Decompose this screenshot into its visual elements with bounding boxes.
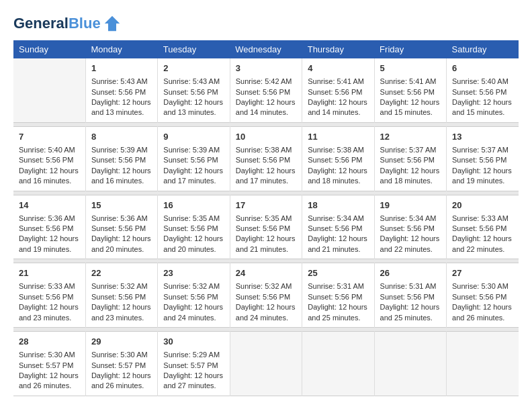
day-number: 20 [452, 199, 513, 212]
daylight-label: Daylight: 12 hours and 18 minutes. [380, 167, 440, 185]
sunset-label: Sunset: 5:56 PM [308, 88, 362, 96]
sunset-label: Sunset: 5:56 PM [380, 224, 435, 232]
day-number: 3 [236, 62, 296, 75]
calendar-cell: 29Sunrise: 5:30 AMSunset: 5:57 PMDayligh… [85, 332, 157, 396]
sunrise-label: Sunrise: 5:34 AM [380, 214, 437, 222]
daylight-label: Daylight: 12 hours and 15 minutes. [380, 98, 440, 116]
calendar-cell: 14Sunrise: 5:36 AMSunset: 5:56 PMDayligh… [13, 195, 85, 259]
day-number: 17 [236, 199, 296, 212]
day-number: 30 [163, 336, 224, 348]
col-header-tuesday: Tuesday [158, 40, 230, 58]
day-number: 22 [91, 267, 152, 279]
sunrise-label: Sunrise: 5:30 AM [452, 282, 508, 290]
sunrise-label: Sunrise: 5:30 AM [91, 351, 148, 359]
calendar-cell: 3Sunrise: 5:42 AMSunset: 5:56 PMDaylight… [230, 58, 302, 122]
sunset-label: Sunset: 5:56 PM [236, 293, 290, 301]
calendar-week-3: 14Sunrise: 5:36 AMSunset: 5:56 PMDayligh… [13, 195, 519, 259]
calendar-cell: 1Sunrise: 5:43 AMSunset: 5:56 PMDaylight… [85, 58, 157, 122]
sunset-label: Sunset: 5:56 PM [163, 293, 218, 301]
logo-icon [102, 13, 122, 34]
sunset-label: Sunset: 5:56 PM [236, 88, 290, 96]
sunset-label: Sunset: 5:56 PM [380, 156, 435, 164]
sunset-label: Sunset: 5:56 PM [91, 293, 146, 301]
day-number: 23 [163, 267, 224, 279]
sunrise-label: Sunrise: 5:38 AM [308, 146, 364, 154]
sunrise-label: Sunrise: 5:39 AM [91, 146, 148, 154]
daylight-label: Daylight: 12 hours and 19 minutes. [19, 234, 79, 253]
calendar-cell: 24Sunrise: 5:32 AMSunset: 5:56 PMDayligh… [230, 263, 302, 328]
day-number: 8 [91, 131, 152, 143]
daylight-label: Daylight: 12 hours and 25 minutes. [380, 303, 440, 321]
calendar-header: SundayMondayTuesdayWednesdayThursdayFrid… [13, 40, 519, 58]
day-number: 5 [380, 62, 441, 75]
day-number: 6 [452, 62, 513, 75]
sunset-label: Sunset: 5:56 PM [452, 88, 506, 96]
sunset-label: Sunset: 5:56 PM [236, 224, 290, 232]
sunrise-label: Sunrise: 5:42 AM [236, 77, 292, 85]
daylight-label: Daylight: 12 hours and 21 minutes. [308, 234, 367, 253]
col-header-wednesday: Wednesday [230, 40, 302, 58]
calendar-cell: 15Sunrise: 5:36 AMSunset: 5:56 PMDayligh… [85, 195, 157, 259]
sunset-label: Sunset: 5:56 PM [380, 293, 435, 301]
calendar-week-4: 21Sunrise: 5:33 AMSunset: 5:56 PMDayligh… [13, 263, 519, 328]
calendar-cell: 5Sunrise: 5:41 AMSunset: 5:56 PMDaylight… [374, 58, 446, 122]
sunset-label: Sunset: 5:56 PM [163, 88, 218, 96]
daylight-label: Daylight: 12 hours and 14 minutes. [308, 98, 367, 116]
calendar-cell: 28Sunrise: 5:30 AMSunset: 5:57 PMDayligh… [13, 332, 85, 396]
day-number: 1 [91, 62, 152, 75]
daylight-label: Daylight: 12 hours and 20 minutes. [91, 234, 151, 253]
col-header-sunday: Sunday [13, 40, 85, 58]
day-number: 11 [308, 131, 368, 143]
day-number: 2 [163, 62, 224, 75]
calendar-cell: 26Sunrise: 5:31 AMSunset: 5:56 PMDayligh… [374, 263, 446, 328]
daylight-label: Daylight: 12 hours and 27 minutes. [163, 371, 223, 390]
day-number: 29 [91, 336, 152, 348]
sunset-label: Sunset: 5:56 PM [380, 88, 435, 96]
calendar-week-5: 28Sunrise: 5:30 AMSunset: 5:57 PMDayligh… [13, 332, 519, 396]
sunset-label: Sunset: 5:57 PM [91, 361, 146, 369]
daylight-label: Daylight: 12 hours and 17 minutes. [163, 167, 223, 185]
logo-text: GeneralBlue [13, 15, 101, 32]
sunrise-label: Sunrise: 5:39 AM [163, 146, 220, 154]
day-number: 12 [380, 131, 441, 143]
calendar-cell: 17Sunrise: 5:35 AMSunset: 5:56 PMDayligh… [230, 195, 302, 259]
daylight-label: Daylight: 12 hours and 17 minutes. [236, 167, 296, 185]
sunrise-label: Sunrise: 5:33 AM [452, 214, 508, 222]
calendar-cell: 6Sunrise: 5:40 AMSunset: 5:56 PMDaylight… [447, 58, 519, 122]
sunset-label: Sunset: 5:56 PM [236, 156, 290, 164]
sunrise-label: Sunrise: 5:38 AM [236, 146, 292, 154]
sunset-label: Sunset: 5:56 PM [19, 224, 73, 232]
sunset-label: Sunset: 5:56 PM [163, 224, 218, 232]
sunset-label: Sunset: 5:56 PM [19, 156, 73, 164]
daylight-label: Daylight: 12 hours and 19 minutes. [452, 167, 512, 185]
sunrise-label: Sunrise: 5:33 AM [19, 282, 75, 290]
col-header-saturday: Saturday [447, 40, 519, 58]
daylight-label: Daylight: 12 hours and 15 minutes. [452, 98, 512, 116]
daylight-label: Daylight: 12 hours and 18 minutes. [308, 167, 367, 185]
sunrise-label: Sunrise: 5:37 AM [380, 146, 437, 154]
col-header-monday: Monday [85, 40, 157, 58]
sunset-label: Sunset: 5:56 PM [308, 224, 362, 232]
daylight-label: Daylight: 12 hours and 21 minutes. [236, 234, 296, 253]
daylight-label: Daylight: 12 hours and 26 minutes. [91, 371, 151, 390]
sunrise-label: Sunrise: 5:29 AM [163, 351, 220, 359]
col-header-friday: Friday [374, 40, 446, 58]
sunset-label: Sunset: 5:57 PM [19, 361, 73, 369]
sunset-label: Sunset: 5:56 PM [308, 156, 362, 164]
calendar-week-1: 1Sunrise: 5:43 AMSunset: 5:56 PMDaylight… [13, 58, 519, 122]
calendar-cell: 18Sunrise: 5:34 AMSunset: 5:56 PMDayligh… [302, 195, 374, 259]
sunrise-label: Sunrise: 5:31 AM [380, 282, 437, 290]
day-number: 27 [452, 267, 513, 279]
daylight-label: Daylight: 12 hours and 16 minutes. [19, 167, 79, 185]
day-number: 9 [163, 131, 224, 143]
sunrise-label: Sunrise: 5:32 AM [236, 282, 292, 290]
sunset-label: Sunset: 5:57 PM [163, 361, 218, 369]
daylight-label: Daylight: 12 hours and 23 minutes. [19, 303, 79, 321]
sunrise-label: Sunrise: 5:36 AM [91, 214, 148, 222]
calendar-cell [374, 332, 446, 396]
daylight-label: Daylight: 12 hours and 16 minutes. [91, 167, 151, 185]
calendar-cell [230, 332, 302, 396]
day-number: 16 [163, 199, 224, 212]
calendar-cell: 7Sunrise: 5:40 AMSunset: 5:56 PMDaylight… [13, 126, 85, 191]
day-number: 28 [19, 336, 80, 348]
